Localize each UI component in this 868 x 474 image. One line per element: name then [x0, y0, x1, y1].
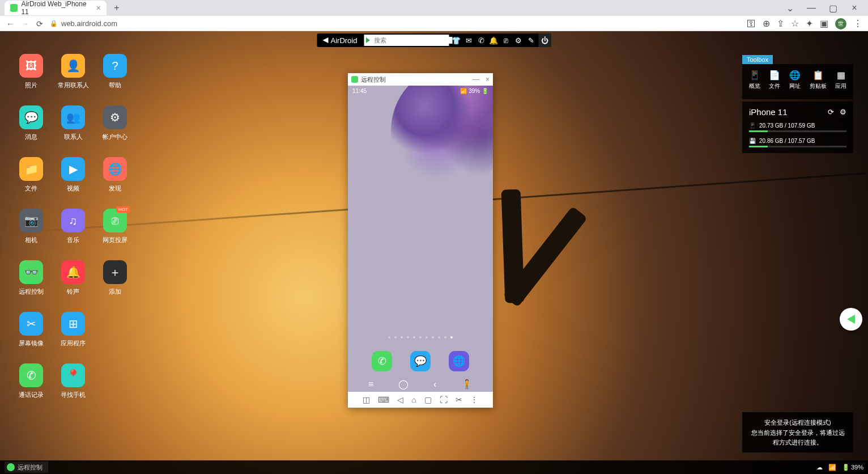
close-remote-icon[interactable]: × [486, 75, 490, 83]
remote-control-window[interactable]: 远程控制 — × 11:45 📶 39% 🔋 ✆ 💬 🌐 ≡ ◯ ‹ 🧍 [348, 73, 493, 408]
app-屏幕镜像[interactable]: ✂屏幕镜像 [10, 312, 52, 348]
notif-title: 安全登录(远程连接模式) [749, 418, 846, 428]
taskbar-remote-item[interactable]: 远程控制 [5, 462, 48, 473]
devices-icon[interactable]: ⎚ [500, 33, 512, 47]
fullscreen-icon[interactable]: ⛶ [440, 395, 448, 404]
phone-icon[interactable]: ✆ [475, 33, 487, 47]
home-icon[interactable]: ◯ [398, 379, 409, 390]
settings-icon[interactable]: ⚙ [512, 33, 525, 47]
tool-剪贴板[interactable]: 📋剪贴板 [810, 70, 827, 90]
phone-dialer-icon[interactable]: ✆ [372, 351, 392, 371]
phone-screen[interactable]: 11:45 📶 39% 🔋 ✆ 💬 🌐 ≡ ◯ ‹ 🧍 [348, 86, 493, 392]
back-btn-icon[interactable]: ◁ [397, 395, 403, 404]
search-box[interactable] [364, 35, 449, 46]
airdroid-fab[interactable] [840, 308, 862, 331]
app-icon: 📍 [61, 363, 85, 387]
app-label: 屏幕镜像 [19, 339, 44, 348]
messages-icon[interactable]: 💬 [410, 351, 431, 371]
storage1-text: 20.73 GB / 107.59 GB [759, 122, 815, 129]
app-联系人[interactable]: 👥联系人 [52, 105, 94, 141]
device-settings-icon[interactable]: ⚙ [840, 108, 846, 116]
remote-titlebar[interactable]: 远程控制 — × [348, 73, 493, 86]
new-tab-button[interactable]: + [110, 1, 124, 15]
address-bar[interactable]: 🔒 web.airdroid.com [50, 19, 117, 28]
app-视频[interactable]: ▶视频 [52, 157, 94, 193]
app-常用联系人[interactable]: 👤常用联系人 [52, 54, 94, 90]
tab-title: AirDroid Web_iPhone 11 [21, 0, 92, 16]
mouse-mode-icon[interactable]: ◫ [363, 395, 370, 404]
app-网页投屏[interactable]: ⎚HOT网页投屏 [94, 209, 136, 244]
battery-icon: 🔋 [842, 464, 850, 471]
app-铃声[interactable]: 🔔铃声 [52, 260, 94, 296]
share-icon[interactable]: ⇪ [777, 18, 784, 29]
recents-icon[interactable]: ≡ [368, 379, 373, 390]
tool-icon: 📄 [769, 70, 780, 81]
tool-网址[interactable]: 🌐网址 [789, 70, 801, 90]
zoom-icon[interactable]: ⊕ [763, 18, 770, 29]
search-input[interactable] [372, 37, 452, 44]
edit-icon[interactable]: ✎ [525, 33, 537, 47]
more-icon[interactable]: ⋮ [470, 395, 478, 404]
tool-概览[interactable]: 📱概览 [749, 70, 760, 90]
profile-avatar[interactable]: 世 [835, 18, 846, 29]
app-应用程序[interactable]: ⊞应用程序 [52, 312, 94, 348]
app-帐户中心[interactable]: ⚙帐户中心 [94, 105, 136, 141]
key-icon[interactable]: ⚿ [747, 19, 756, 29]
app-icon: ▶ [61, 157, 85, 181]
wifi-icon[interactable]: 📶 [828, 464, 836, 471]
tool-icon: 📱 [749, 70, 760, 81]
browser-tab[interactable]: AirDroid Web_iPhone 11 × [5, 1, 107, 15]
keyboard-icon[interactable]: ⌨ [378, 395, 389, 404]
tool-文件[interactable]: 📄文件 [769, 70, 780, 90]
app-远程控制[interactable]: 👓远程控制 [10, 260, 52, 296]
app-帮助[interactable]: ?帮助 [94, 54, 136, 90]
minimize-icon[interactable]: — [805, 3, 818, 14]
bell-icon[interactable]: 🔔 [487, 33, 500, 47]
address-row: ← → ⟳ 🔒 web.airdroid.com ⚿ ⊕ ⇪ ☆ ✦ ▣ 世 ⋮ [0, 16, 868, 31]
back-nav-icon[interactable]: ‹ [433, 379, 436, 390]
cloud-icon[interactable]: ☁ [816, 464, 823, 471]
app-label: 帐户中心 [103, 133, 127, 141]
cut-icon[interactable]: ✂ [456, 395, 462, 404]
app-文件[interactable]: 📁文件 [10, 157, 52, 193]
app-添加[interactable]: ＋添加 [94, 260, 136, 296]
close-tab-icon[interactable]: × [96, 3, 101, 12]
tool-应用[interactable]: ▦应用 [835, 70, 846, 90]
maximize-icon[interactable]: ▢ [826, 3, 840, 14]
app-寻找手机[interactable]: 📍寻找手机 [52, 363, 94, 399]
app-icon: 👓 [19, 260, 43, 284]
power-icon[interactable]: ⏻ [538, 33, 551, 47]
battery-indicator: 🔋 39% [842, 464, 863, 471]
remote-title-text: 远程控制 [361, 75, 386, 84]
extensions-icon[interactable]: ✦ [806, 18, 813, 29]
bookmark-icon[interactable]: ☆ [791, 18, 799, 29]
app-相机[interactable]: 📷相机 [10, 209, 52, 244]
app-icon: 📁 [19, 157, 43, 181]
browser-icon[interactable]: 🌐 [449, 351, 469, 371]
back-button[interactable]: ← [6, 19, 15, 28]
refresh-device-icon[interactable]: ⟳ [828, 108, 834, 116]
window-dropdown-icon[interactable]: ⌄ [783, 3, 797, 14]
reload-button[interactable]: ⟳ [35, 19, 44, 28]
app-label: 视频 [67, 184, 79, 193]
app-发现[interactable]: 🌐发现 [94, 157, 136, 193]
panel-icon[interactable]: ▣ [820, 18, 828, 29]
shirt-icon[interactable]: 👕 [450, 33, 462, 47]
app-音乐[interactable]: ♫音乐 [52, 209, 94, 244]
mail-icon[interactable]: ✉ [462, 33, 475, 47]
close-window-icon[interactable]: × [848, 3, 861, 14]
forward-button[interactable]: → [20, 19, 29, 28]
menu-icon[interactable]: ⋮ [853, 18, 862, 29]
accessibility-icon[interactable]: 🧍 [461, 379, 473, 390]
home-btn-icon[interactable]: ⌂ [411, 395, 416, 404]
recents-btn-icon[interactable]: ▢ [424, 395, 432, 404]
toolbox-tools: 📱概览📄文件🌐网址📋剪贴板▦应用 [742, 69, 853, 94]
brand-logo[interactable]: AirDroid [317, 36, 363, 45]
app-通话记录[interactable]: ✆通话记录 [10, 363, 52, 399]
app-icon: 🖼 [19, 54, 43, 78]
app-label: 应用程序 [61, 339, 86, 348]
app-消息[interactable]: 💬消息 [10, 105, 52, 141]
app-照片[interactable]: 🖼照片 [10, 54, 52, 90]
toolbox-tab[interactable]: Toolbox [742, 55, 773, 64]
minimize-remote-icon[interactable]: — [473, 75, 479, 83]
